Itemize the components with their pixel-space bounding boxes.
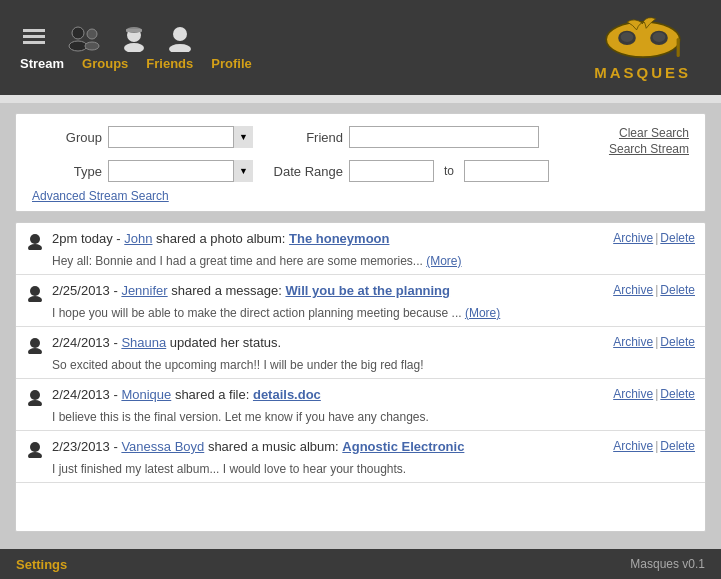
stream-left: 2pm today - John shared a photo album: T… — [26, 231, 613, 250]
stream-action: shared a message: — [171, 283, 285, 298]
archive-button[interactable]: Archive — [613, 231, 653, 245]
svg-rect-18 — [676, 37, 679, 56]
svg-point-6 — [85, 42, 99, 50]
group-label: Group — [32, 130, 102, 145]
svg-point-16 — [620, 32, 633, 42]
svg-point-27 — [30, 442, 40, 452]
stream-item: 2pm today - John shared a photo album: T… — [16, 223, 705, 275]
profile-nav-icon — [166, 24, 194, 52]
user-avatar-icon — [26, 284, 44, 302]
search-links: Clear Search Search Stream — [609, 126, 689, 156]
svg-point-26 — [28, 400, 42, 406]
settings-link[interactable]: Settings — [16, 557, 67, 572]
action-separator: | — [655, 335, 658, 349]
stream-title-link[interactable]: The honeymoon — [289, 231, 389, 246]
stream-action: shared a photo album: — [156, 231, 289, 246]
stream-title: 2/24/2013 - Monique shared a file: detai… — [52, 387, 613, 404]
stream-item: 2/24/2013 - Shauna updated her status. A… — [16, 327, 705, 379]
group-select-wrapper: ▼ — [108, 126, 253, 148]
more-link[interactable]: (More) — [465, 306, 500, 320]
svg-point-21 — [30, 286, 40, 296]
stream-user-link[interactable]: Jennifer — [121, 283, 167, 298]
archive-button[interactable]: Archive — [613, 283, 653, 297]
user-avatar-icon — [26, 388, 44, 406]
date-to-input[interactable] — [464, 160, 549, 182]
stream-actions: Archive | Delete — [613, 335, 695, 349]
svg-point-11 — [173, 27, 187, 41]
footer: Settings Masques v0.1 — [0, 549, 721, 579]
logo-text: MASQUES — [594, 64, 691, 81]
svg-point-3 — [72, 27, 84, 39]
stream-user-link[interactable]: Shauna — [121, 335, 166, 350]
group-select[interactable] — [108, 126, 253, 148]
more-link[interactable]: (More) — [426, 254, 461, 268]
delete-button[interactable]: Delete — [660, 231, 695, 245]
stream-date: 2/24/2013 - — [52, 335, 121, 350]
search-stream-button[interactable]: Search Stream — [609, 142, 689, 156]
stream-nav-icon — [20, 24, 48, 52]
clear-search-button[interactable]: Clear Search — [619, 126, 689, 140]
nav-groups[interactable]: Groups — [82, 56, 128, 71]
stream-date: 2/24/2013 - — [52, 387, 121, 402]
stream-header: 2/25/2013 - Jennifer shared a message: W… — [26, 283, 695, 302]
stream-user-link[interactable]: John — [124, 231, 152, 246]
svg-point-23 — [30, 338, 40, 348]
svg-point-17 — [652, 32, 665, 42]
nav-friends[interactable]: Friends — [146, 56, 193, 71]
groups-nav-icon — [66, 24, 102, 52]
stream-title: 2/23/2013 - Vanessa Boyd shared a music … — [52, 439, 613, 456]
delete-button[interactable]: Delete — [660, 387, 695, 401]
stream-title-link[interactable]: Will you be at the planning — [285, 283, 450, 298]
stream-date: 2/23/2013 - — [52, 439, 121, 454]
type-label: Type — [32, 164, 102, 179]
advanced-search-link[interactable]: Advanced Stream Search — [32, 189, 169, 203]
stream-actions: Archive | Delete — [613, 439, 695, 453]
svg-point-24 — [28, 348, 42, 354]
stream-item: 2/24/2013 - Monique shared a file: detai… — [16, 379, 705, 431]
stream-date: 2/25/2013 - — [52, 283, 121, 298]
svg-point-12 — [169, 44, 191, 52]
action-separator: | — [655, 231, 658, 245]
archive-button[interactable]: Archive — [613, 335, 653, 349]
user-avatar-icon — [26, 336, 44, 354]
stream-body: I hope you will be able to make the dire… — [26, 306, 695, 320]
svg-point-13 — [606, 21, 680, 56]
svg-rect-0 — [23, 29, 45, 32]
nav-stream[interactable]: Stream — [20, 56, 64, 71]
version-text: Masques v0.1 — [630, 557, 705, 571]
stream-container[interactable]: 2pm today - John shared a photo album: T… — [15, 222, 706, 532]
friend-label: Friend — [273, 130, 343, 145]
archive-button[interactable]: Archive — [613, 439, 653, 453]
stream-title-link[interactable]: Agnostic Electronic — [342, 439, 464, 454]
delete-button[interactable]: Delete — [660, 439, 695, 453]
action-separator: | — [655, 387, 658, 401]
stream-left: 2/24/2013 - Monique shared a file: detai… — [26, 387, 613, 406]
logo-mask-icon — [603, 15, 683, 60]
type-select[interactable] — [108, 160, 253, 182]
archive-button[interactable]: Archive — [613, 387, 653, 401]
nav-profile[interactable]: Profile — [211, 56, 251, 71]
header: Stream Groups Friends Profile MASQUES — [0, 0, 721, 95]
stream-item: 2/23/2013 - Vanessa Boyd shared a music … — [16, 431, 705, 483]
stream-body: So excited about the upcoming march!! I … — [26, 358, 695, 372]
delete-button[interactable]: Delete — [660, 283, 695, 297]
nav-section: Stream Groups Friends Profile — [20, 24, 252, 71]
user-avatar-icon — [26, 440, 44, 458]
svg-rect-2 — [23, 41, 45, 44]
stream-user-link[interactable]: Vanessa Boyd — [121, 439, 204, 454]
friend-input[interactable] — [349, 126, 539, 148]
date-range-label: Date Range — [273, 164, 343, 179]
svg-point-20 — [28, 244, 42, 250]
stream-user-link[interactable]: Monique — [121, 387, 171, 402]
delete-button[interactable]: Delete — [660, 335, 695, 349]
stream-action: shared a music album: — [208, 439, 342, 454]
action-separator: | — [655, 283, 658, 297]
type-select-wrapper: ▼ — [108, 160, 253, 182]
stream-title: 2/25/2013 - Jennifer shared a message: W… — [52, 283, 613, 300]
stream-title-link[interactable]: details.doc — [253, 387, 321, 402]
stream-title: 2pm today - John shared a photo album: T… — [52, 231, 613, 248]
date-to-label: to — [444, 164, 454, 178]
logo-area: MASQUES — [594, 15, 691, 81]
date-from-input[interactable] — [349, 160, 434, 182]
stream-title: 2/24/2013 - Shauna updated her status. — [52, 335, 613, 352]
